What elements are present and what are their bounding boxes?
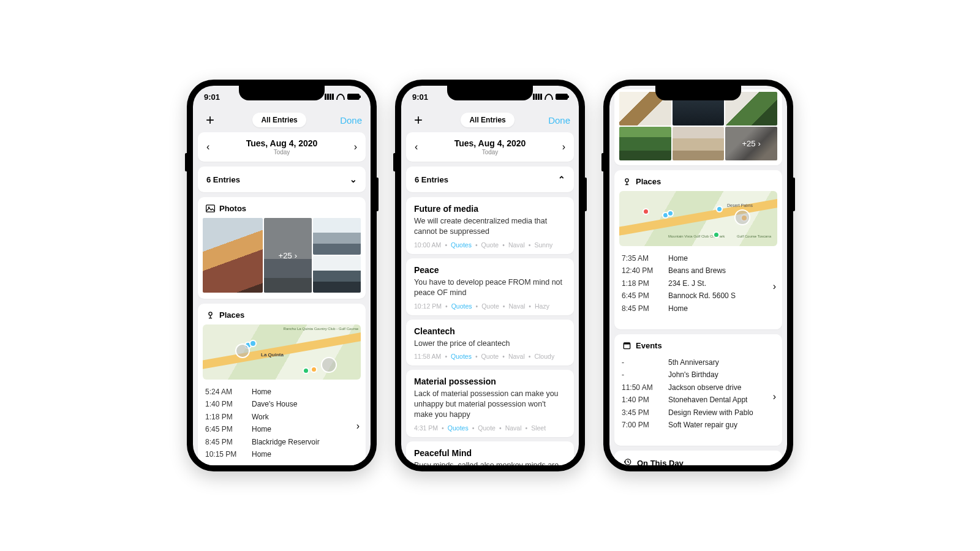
- entry-meta: 4:31 PM• Quotes• Quote• Naval• Sleet: [414, 424, 566, 432]
- next-day-button[interactable]: ›: [354, 141, 357, 152]
- events-section: Events -5th Anniversary -John's Birthday…: [614, 334, 782, 446]
- signal-icon: [325, 94, 334, 100]
- map-pin[interactable]: [663, 213, 668, 217]
- photo-thumb[interactable]: [313, 218, 361, 255]
- chevron-up-icon: ⌃: [558, 174, 565, 184]
- next-day-button[interactable]: ›: [562, 141, 565, 152]
- entry-meta: 10:00 AM• Quotes• Quote• Naval• Sunny: [414, 241, 566, 249]
- photo-thumb[interactable]: +25›: [725, 127, 777, 160]
- photo-grid[interactable]: +25›: [198, 218, 366, 299]
- chevron-right-icon: ›: [758, 139, 761, 148]
- toolbar: + All Entries Done: [198, 108, 366, 132]
- filter-pill[interactable]: All Entries: [252, 113, 306, 127]
- notch: [447, 86, 533, 100]
- entry-body: Lower the price of cleantech: [414, 339, 566, 349]
- battery-icon: [347, 94, 360, 100]
- places-section: Places Desert Palms Mountain Vista Golf …: [614, 170, 782, 329]
- photo-thumb[interactable]: [313, 256, 361, 293]
- done-button[interactable]: Done: [340, 115, 362, 126]
- wifi-icon: [545, 94, 553, 100]
- place-row: 8:45 PMBlackridge Reservoir: [205, 436, 349, 448]
- entries-toggle[interactable]: 6 Entries ⌄: [198, 167, 366, 192]
- done-button[interactable]: Done: [548, 115, 570, 126]
- entry-body: You have to develop peace FROM mind not …: [414, 277, 566, 298]
- entry-card[interactable]: Peace You have to develop peace FROM min…: [406, 258, 574, 315]
- event-row: 1:40 PMStonehaven Dental Appt: [622, 394, 766, 406]
- entry-title: Cleantech: [414, 326, 566, 336]
- events-detail-button[interactable]: ›: [773, 391, 776, 402]
- places-list: 5:24 AMHome 1:40 PMDave's House 1:18 PMW…: [198, 384, 356, 465]
- map-pin[interactable]: [644, 209, 648, 214]
- entry-title: Material possession: [414, 377, 566, 386]
- map-pin[interactable]: [668, 211, 673, 216]
- screen: +25› Places Desert Palms Mountain Vista …: [609, 86, 787, 465]
- map-cluster[interactable]: [322, 358, 336, 372]
- photo-icon: [205, 204, 215, 213]
- on-this-day-label: On This Day: [637, 459, 684, 465]
- entries-toggle[interactable]: 6 Entries ⌃: [406, 167, 574, 192]
- prev-day-button[interactable]: ‹: [415, 141, 418, 152]
- place-row: 12:40 PMBeans and Brews: [622, 264, 766, 277]
- entry-card[interactable]: Future of media We will create decentral…: [406, 197, 574, 254]
- photos-section: Photos +25›: [198, 197, 366, 299]
- add-button[interactable]: +: [202, 111, 219, 129]
- entry-card[interactable]: Material possession Lack of material pos…: [406, 370, 574, 437]
- entry-title: Future of media: [414, 204, 566, 214]
- entry-body: Lack of material possession can make you…: [414, 389, 566, 420]
- places-map[interactable]: Rancho La Quinta Country Club - Golf Cou…: [203, 324, 361, 380]
- map-cluster[interactable]: [736, 211, 749, 224]
- date-navigator: ‹ Tues, Aug 4, 2020 Today ›: [406, 132, 574, 162]
- status-icons: [533, 94, 568, 100]
- entry-card[interactable]: Peaceful Mind Busy minds, called also mo…: [406, 441, 574, 465]
- places-detail-button[interactable]: ›: [356, 421, 360, 432]
- toolbar: + All Entries Done: [406, 108, 574, 132]
- places-list: 7:35 AMHome 12:40 PMBeans and Brews 1:18…: [614, 251, 773, 322]
- places-map[interactable]: Desert Palms Mountain Vista Golf Club Ci…: [619, 191, 777, 246]
- place-row: 1:18 PM234 E. J St.: [622, 277, 766, 290]
- photos-more-button[interactable]: +25›: [725, 127, 777, 160]
- place-row: 10:15 PMHome: [205, 448, 349, 460]
- photos-label: Photos: [219, 204, 246, 213]
- map-cluster[interactable]: [236, 345, 249, 357]
- chevron-right-icon: ›: [295, 251, 297, 260]
- on-this-day-section[interactable]: On This Day You have 25 entries on Augus…: [614, 451, 782, 465]
- date-navigator: ‹ Tues, Aug 4, 2020 Today ›: [198, 132, 366, 162]
- map-label: La Quinta: [261, 352, 284, 358]
- date-label: Tues, Aug 4, 2020: [454, 138, 526, 148]
- svg-rect-5: [624, 343, 630, 345]
- map-pin[interactable]: [714, 233, 718, 237]
- places-label: Places: [219, 310, 244, 320]
- phone-mockup-2: 9:01 + All Entries Done ‹ Tues, Aug 4, 2…: [395, 80, 585, 471]
- calendar-icon: [622, 341, 631, 350]
- signal-icon: [533, 94, 542, 100]
- add-button[interactable]: +: [410, 111, 427, 129]
- svg-point-2: [208, 312, 211, 315]
- date-sublabel: Today: [454, 149, 526, 156]
- places-section: Places Rancho La Quinta Country Club - G…: [198, 304, 366, 465]
- places-label: Places: [636, 177, 661, 186]
- status-time: 9:01: [204, 92, 220, 102]
- photo-thumb[interactable]: +25›: [264, 218, 312, 293]
- map-pin[interactable]: [717, 207, 722, 211]
- map-pin[interactable]: [312, 367, 316, 372]
- photo-thumb[interactable]: [619, 127, 671, 160]
- prev-day-button[interactable]: ‹: [206, 141, 209, 152]
- map-pin[interactable]: [304, 369, 308, 373]
- entry-card[interactable]: Cleantech Lower the price of cleantech 1…: [406, 320, 574, 366]
- event-row: 3:45 PMDesign Review with Pablo: [622, 407, 766, 419]
- map-label: Golf Course Toscana: [737, 234, 771, 239]
- notch: [655, 86, 741, 100]
- photo-thumb[interactable]: [673, 127, 725, 160]
- entry-meta: 10:12 PM• Quotes• Quote• Naval• Hazy: [414, 302, 566, 310]
- places-detail-button[interactable]: ›: [773, 281, 776, 292]
- notch: [239, 86, 325, 100]
- photo-grid[interactable]: +25›: [614, 89, 782, 165]
- phone-mockup-1: 9:01 + All Entries Done ‹ Tues, Aug 4, 2…: [187, 80, 377, 471]
- map-pin[interactable]: [251, 341, 255, 346]
- entry-title: Peace: [414, 265, 566, 275]
- photos-more-button[interactable]: +25›: [264, 218, 312, 293]
- filter-pill[interactable]: All Entries: [461, 113, 514, 127]
- entry-meta: 11:58 AM• Quotes• Quote• Naval• Cloudy: [414, 353, 566, 360]
- event-row: 11:50 AMJackson observe drive: [622, 381, 766, 394]
- photo-thumb[interactable]: [203, 218, 263, 293]
